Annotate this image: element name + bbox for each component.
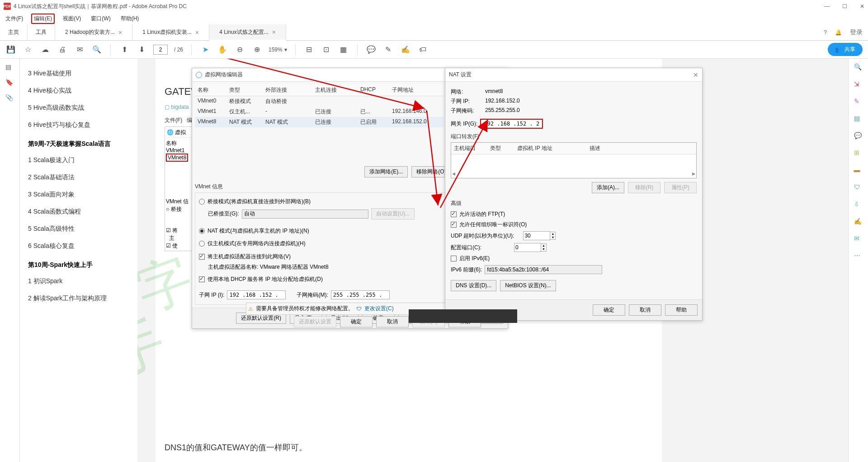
fit-page-icon[interactable]: ⊡ [321, 44, 332, 55]
bookmarks-icon[interactable]: 🔖 [5, 79, 14, 88]
table-cell[interactable]: VMnet8 [195, 117, 226, 127]
close-icon[interactable]: × [195, 29, 199, 36]
subnet-mask-input[interactable] [331, 290, 390, 299]
bell-icon[interactable]: 🔔 [835, 29, 842, 36]
print-icon[interactable]: 🖨 [57, 44, 68, 55]
sign-icon[interactable]: ✍ [400, 44, 411, 55]
gateway-ip-input[interactable]: 192 .168 .152 . 2 [480, 119, 543, 129]
page-input[interactable] [153, 45, 168, 55]
toc-item[interactable]: 1 Scala极速入门 [28, 152, 129, 169]
menu-help[interactable]: 帮助(H) [119, 14, 141, 23]
stamp-icon[interactable]: 🏷 [417, 44, 428, 55]
cloud-icon[interactable]: ☁ [40, 44, 51, 55]
doc-tab-2[interactable]: 4 Linux试炼之配置...× [209, 24, 286, 41]
comment-icon[interactable]: 💬 [366, 44, 377, 55]
panel-comment-icon[interactable]: 💬 [854, 132, 863, 141]
ok-button[interactable]: 确定 [593, 304, 625, 316]
nat-radio[interactable] [199, 228, 205, 234]
hand-icon[interactable]: ✋ [217, 44, 228, 55]
save-icon[interactable]: 💾 [5, 44, 16, 55]
pointer-icon[interactable]: ➤ [200, 44, 211, 55]
toc-item[interactable]: 6 Scala核心复盘 [28, 238, 129, 255]
scroll-right-icon[interactable]: ▸ [692, 170, 695, 177]
scroll-left-icon[interactable]: ◂ [452, 170, 455, 177]
toc-item[interactable]: 2 解读Spark工作与架构原理 [28, 290, 129, 307]
panel-search-icon[interactable]: 🔍 [854, 63, 863, 72]
tab-tools[interactable]: 工具 [28, 24, 55, 40]
table-cell[interactable]: VMnet0 [195, 96, 226, 107]
spin-down-icon[interactable]: ▼ [541, 247, 546, 251]
share-button[interactable]: 👥共享 [828, 43, 863, 56]
panel-redact-icon[interactable]: ▬ [854, 166, 863, 175]
bridge-radio[interactable] [199, 199, 205, 205]
table-cell[interactable]: VMnet1 [195, 107, 226, 117]
connect-host-check[interactable] [199, 254, 205, 260]
toc-item[interactable]: 3 Scala面向对象 [28, 186, 129, 203]
mail-icon[interactable]: ✉ [74, 44, 85, 55]
toc-item[interactable]: 6 Hive技巧与核心复盘 [28, 117, 129, 134]
config-port-input[interactable] [514, 243, 541, 252]
panel-combine-icon[interactable]: ⊞ [854, 149, 863, 158]
hostonly-radio[interactable] [199, 241, 205, 247]
zoom-out-icon[interactable]: ⊖ [234, 44, 245, 55]
highlight-icon[interactable]: ✎ [383, 44, 394, 55]
tab-home[interactable]: 主页 [0, 24, 28, 40]
attach-icon[interactable]: 📎 [5, 94, 14, 103]
panel-compress-icon[interactable]: ⇩ [854, 201, 863, 210]
toc-item[interactable]: 3 Hive基础使用 [28, 65, 129, 82]
panel-send-icon[interactable]: ✉ [854, 235, 863, 244]
menu-file[interactable]: 文件(F) [4, 14, 25, 23]
subnet-ip-input[interactable] [227, 290, 286, 299]
fit-width-icon[interactable]: ⊟ [304, 44, 315, 55]
cancel-button[interactable]: 取消 [629, 304, 661, 316]
spin-up-icon[interactable]: ▲ [550, 232, 555, 236]
auto-settings-button[interactable]: 自动设置(U)... [371, 208, 415, 219]
netbios-settings-button[interactable]: NetBIOS 设置(N)... [500, 280, 556, 291]
udp-timeout-input[interactable] [523, 231, 550, 240]
help-icon[interactable]: ? [824, 29, 827, 36]
dhcp-check[interactable] [199, 276, 205, 282]
star-icon[interactable]: ☆ [23, 44, 33, 55]
doc-tab-1[interactable]: 1 Linux虚拟机安装...× [132, 24, 209, 40]
panel-fill-icon[interactable]: ✍ [854, 218, 863, 227]
login-link[interactable]: 登录 [850, 28, 863, 37]
org-check[interactable] [451, 222, 457, 228]
toc-heading[interactable]: 第9周-7天极速掌握Scala语言 [28, 134, 129, 152]
search-icon[interactable]: 🔍 [91, 44, 102, 55]
spin-up-icon[interactable]: ▲ [541, 244, 546, 247]
close-button[interactable]: ✕ [860, 3, 864, 9]
add-button[interactable]: 添加(A)... [592, 182, 624, 193]
panel-organize-icon[interactable]: ▤ [854, 115, 863, 124]
page-down-icon[interactable]: ⬇ [136, 44, 147, 55]
spin-down-icon[interactable]: ▼ [550, 236, 555, 239]
zoom-level[interactable]: 159% ▾ [269, 47, 287, 53]
zoom-in-icon[interactable]: ⊕ [251, 44, 262, 55]
toc-item[interactable]: 1 初识Spark [28, 273, 129, 290]
view-icon[interactable]: ▦ [338, 44, 349, 55]
panel-protect-icon[interactable]: 🛡 [854, 183, 863, 192]
add-network-button[interactable]: 添加网络(E)... [364, 166, 408, 177]
panel-edit-icon[interactable]: ✎ [854, 98, 863, 107]
remove-button[interactable]: 移除(R) [628, 182, 660, 193]
ftp-check[interactable] [451, 211, 457, 217]
thumbnails-icon[interactable]: ▤ [5, 63, 14, 72]
menu-window[interactable]: 窗口(W) [89, 14, 112, 23]
bridge-select[interactable] [242, 210, 368, 219]
close-icon[interactable]: × [118, 29, 122, 36]
menu-view[interactable]: 视图(V) [61, 14, 83, 23]
toc-item[interactable]: 4 Hive核心实战 [28, 82, 129, 99]
dns-settings-button[interactable]: DNS 设置(D)... [451, 280, 496, 291]
panel-export-icon[interactable]: ⇲ [854, 80, 863, 89]
ipv6-check[interactable] [451, 256, 457, 261]
properties-button[interactable]: 属性(P) [664, 182, 697, 193]
panel-more-icon[interactable]: ⋯ [854, 252, 863, 261]
toc-item[interactable]: 4 Scala函数式编程 [28, 203, 129, 220]
minimize-button[interactable]: — [824, 3, 830, 9]
help-button[interactable]: 帮助 [665, 304, 698, 316]
close-icon[interactable]: × [272, 28, 276, 36]
maximize-button[interactable]: ☐ [842, 3, 847, 9]
toc-item[interactable]: 2 Scala基础语法 [28, 169, 129, 186]
toc-item[interactable]: 5 Scala高级特性 [28, 220, 129, 238]
toc-item[interactable]: 5 Hive高级函数实战 [28, 99, 129, 117]
doc-tab-0[interactable]: 2 Hadoop的安装方...× [55, 24, 132, 40]
